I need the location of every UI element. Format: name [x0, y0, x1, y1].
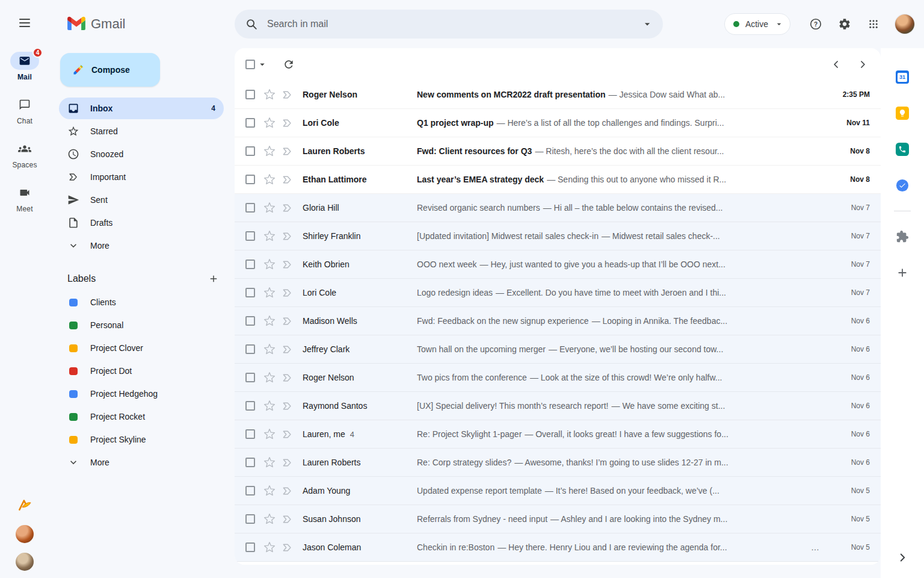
- select-dropdown-button[interactable]: [255, 55, 270, 74]
- sidebar-label-item[interactable]: Project Skyline: [59, 429, 224, 450]
- status-selector[interactable]: Active: [724, 13, 790, 35]
- row-checkbox[interactable]: [245, 203, 255, 213]
- important-marker-icon[interactable]: [282, 287, 293, 299]
- refresh-button[interactable]: [277, 52, 301, 76]
- star-icon[interactable]: [263, 485, 276, 497]
- main-menu-button[interactable]: [10, 8, 39, 37]
- star-icon[interactable]: [263, 371, 276, 384]
- rail-item-meet[interactable]: Meet: [5, 184, 44, 213]
- star-icon[interactable]: [263, 456, 276, 468]
- phone-app-button[interactable]: [892, 138, 913, 160]
- email-row[interactable]: Keith Obrien OOO next week— Hey, just wa…: [235, 250, 881, 279]
- row-checkbox[interactable]: [245, 514, 255, 524]
- newer-page-button[interactable]: [824, 52, 848, 76]
- star-icon[interactable]: [263, 258, 276, 270]
- row-checkbox[interactable]: [245, 90, 255, 99]
- important-marker-icon[interactable]: [282, 174, 293, 185]
- row-checkbox[interactable]: [245, 231, 255, 241]
- sidebar-item-snoozed[interactable]: Snoozed: [59, 143, 224, 165]
- star-icon[interactable]: [263, 145, 276, 157]
- sidebar-labels-more[interactable]: More: [59, 452, 224, 473]
- sidebar-label-item[interactable]: Project Dot: [59, 360, 224, 382]
- important-marker-icon[interactable]: [282, 542, 293, 553]
- rail-item-chat[interactable]: Chat: [5, 96, 44, 125]
- help-button[interactable]: ?: [804, 12, 828, 36]
- sidebar-label-item[interactable]: Project Rocket: [59, 406, 224, 427]
- sidebar-label-item[interactable]: Personal: [59, 314, 224, 336]
- compose-button[interactable]: Compose: [60, 53, 160, 87]
- email-row[interactable]: Shirley Franklin [Updated invitation] Mi…: [235, 222, 881, 250]
- important-marker-icon[interactable]: [282, 400, 293, 412]
- sidebar-item-important[interactable]: Important: [59, 166, 224, 188]
- email-row[interactable]: Lauren Roberts Fwd: Client resources for…: [235, 137, 881, 166]
- important-marker-icon[interactable]: [282, 202, 293, 214]
- email-row[interactable]: Lauren, me4 Re: Project Skylight 1-pager…: [235, 420, 881, 449]
- email-row[interactable]: Ethan Lattimore Last year’s EMEA strateg…: [235, 166, 881, 194]
- star-icon[interactable]: [263, 287, 276, 299]
- addons-button[interactable]: [892, 226, 913, 247]
- important-marker-icon[interactable]: [282, 372, 293, 384]
- star-icon[interactable]: [263, 400, 276, 412]
- star-icon[interactable]: [263, 89, 276, 101]
- email-row[interactable]: Gloria Hill Revised organic search numbe…: [235, 194, 881, 222]
- important-marker-icon[interactable]: [282, 485, 293, 497]
- email-row[interactable]: Lori Cole Logo redesign ideas— Excellent…: [235, 279, 881, 307]
- sidebar-item-sent[interactable]: Sent: [59, 189, 224, 211]
- row-checkbox[interactable]: [245, 542, 255, 552]
- email-row[interactable]: Susan Johnson Referrals from Sydney - ne…: [235, 505, 881, 533]
- get-addons-button[interactable]: [892, 262, 913, 284]
- sidebar-item-starred[interactable]: Starred: [59, 120, 224, 142]
- contact-avatar[interactable]: [16, 553, 34, 571]
- star-icon[interactable]: [263, 428, 276, 440]
- row-checkbox[interactable]: [245, 401, 255, 411]
- important-marker-icon[interactable]: [282, 89, 293, 101]
- star-icon[interactable]: [263, 173, 276, 185]
- important-marker-icon[interactable]: [282, 315, 293, 327]
- tasks-app-button[interactable]: [892, 175, 913, 196]
- search-input[interactable]: [263, 10, 635, 39]
- important-marker-icon[interactable]: [282, 259, 293, 270]
- important-marker-icon[interactable]: [282, 231, 293, 242]
- email-row[interactable]: Jason Coleman Checkin in re:Boston— Hey …: [235, 533, 881, 562]
- important-marker-icon[interactable]: [282, 117, 293, 129]
- sidebar-item-inbox[interactable]: Inbox 4: [59, 98, 224, 119]
- row-checkbox[interactable]: [245, 344, 255, 354]
- sidebar-label-item[interactable]: Project Hedgehog: [59, 383, 224, 405]
- row-checkbox[interactable]: [245, 458, 255, 467]
- hide-side-panel-button[interactable]: [890, 545, 914, 570]
- contact-avatar[interactable]: [16, 525, 34, 543]
- row-checkbox[interactable]: [245, 146, 255, 156]
- email-row[interactable]: Raymond Santos [UX] Special delivery! Th…: [235, 392, 881, 420]
- star-icon[interactable]: [263, 513, 276, 525]
- search-bar[interactable]: [235, 10, 663, 39]
- row-checkbox[interactable]: [245, 259, 255, 269]
- sidebar-label-item[interactable]: Clients: [59, 291, 224, 313]
- email-row[interactable]: Adam Young Updated expense report templa…: [235, 477, 881, 505]
- row-checkbox[interactable]: [245, 316, 255, 326]
- calendar-app-button[interactable]: 31: [892, 66, 913, 88]
- email-row[interactable]: Roger Nelson Two pics from the conferenc…: [235, 364, 881, 392]
- important-marker-icon[interactable]: [282, 429, 293, 440]
- row-checkbox[interactable]: [245, 486, 255, 496]
- row-checkbox[interactable]: [245, 288, 255, 297]
- keep-app-button[interactable]: [892, 102, 913, 124]
- select-all-checkbox[interactable]: [245, 60, 255, 69]
- important-marker-icon[interactable]: [282, 344, 293, 355]
- sidebar-label-item[interactable]: Project Clover: [59, 337, 224, 359]
- rail-item-mail[interactable]: 4 Mail: [5, 52, 44, 81]
- row-checkbox[interactable]: [245, 175, 255, 184]
- sidebar-item-drafts[interactable]: Drafts: [59, 212, 224, 234]
- search-options-button[interactable]: [635, 12, 659, 36]
- rail-item-spaces[interactable]: Spaces: [5, 140, 44, 169]
- star-icon[interactable]: [263, 117, 276, 129]
- email-row[interactable]: Lori Cole Q1 project wrap-up— Here’s a l…: [235, 109, 881, 137]
- email-row[interactable]: Madison Wells Fwd: Feedback on the new s…: [235, 307, 881, 335]
- row-checkbox[interactable]: [245, 373, 255, 382]
- older-page-button[interactable]: [851, 52, 875, 76]
- star-icon[interactable]: [263, 230, 276, 242]
- email-row[interactable]: Roger Nelson New comments on MCR2022 dra…: [235, 81, 881, 109]
- email-row[interactable]: Jeffrey Clark Town hall on the upcoming …: [235, 335, 881, 364]
- important-marker-icon[interactable]: [282, 514, 293, 525]
- settings-button[interactable]: [833, 12, 857, 36]
- add-label-button[interactable]: [206, 271, 221, 287]
